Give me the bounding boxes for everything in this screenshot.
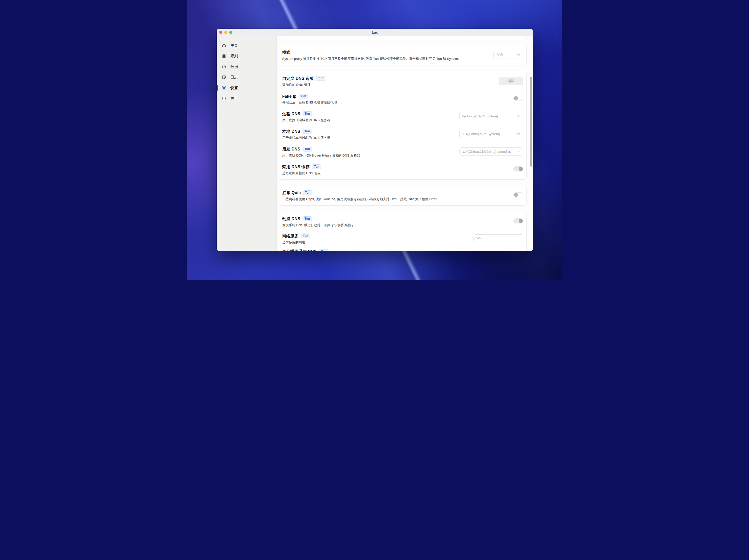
chevron-down-icon xyxy=(517,133,520,135)
tun-badge: Tun xyxy=(302,147,312,151)
tun-badge: Tun xyxy=(302,111,312,116)
row-title: 本地 DNS xyxy=(282,129,300,134)
sidebar-item-label: 设置 xyxy=(231,86,238,90)
cutoff-card-top xyxy=(279,36,527,40)
sidebar-item-label: 日志 xyxy=(231,75,238,80)
sidebar-item-label: 规则 xyxy=(231,54,238,59)
toggle-knob xyxy=(519,167,523,171)
gear-icon xyxy=(222,86,226,90)
quic-card: 拦截 Quic Tun 一些网站会使用 Http3, 比如 Youtube, 但… xyxy=(279,186,527,206)
row-description: 一些网站会使用 Http3, 比如 Youtube, 但是代理服务器往往不能很好… xyxy=(282,197,438,201)
chevron-down-icon xyxy=(517,115,520,117)
gauge-icon xyxy=(222,64,226,69)
row-description: 用于查找 DOH（DNS over Https) 域名的 DNS 服务器 xyxy=(282,153,360,157)
scrollbar-thumb[interactable] xyxy=(530,77,532,167)
local-dns-row: 本地 DNS Tun 用于查找本地域名的 DNS 服务器 114(China),… xyxy=(282,129,523,140)
edit-button[interactable]: 编辑 xyxy=(499,77,523,85)
mode-row: 模式 System proxy 通常只支持 TCP 而且不是全部应用都支持, 但… xyxy=(282,50,523,61)
row-title: 模式 xyxy=(282,50,291,55)
row-title: 劫持 DNS xyxy=(282,216,300,222)
rules-icon xyxy=(222,54,226,58)
custom-dns-row: 自定义 DNS 选项 Tun 添加你的 DNS 选项 编辑 xyxy=(282,76,523,87)
fake-ip-toggle[interactable] xyxy=(513,96,523,101)
toggle-knob xyxy=(514,193,518,197)
toggle-knob xyxy=(519,219,523,223)
settings-page: 模式 System proxy 通常只支持 TCP 而且不是全部应用都支持, 但… xyxy=(277,36,533,251)
mode-select[interactable]: 混合 xyxy=(493,51,523,59)
row-title: Fake Ip xyxy=(282,94,297,99)
sidebar-item-about[interactable]: 关于 xyxy=(217,94,277,103)
bootstrap-dns-select[interactable]: 114(China),119(China),auto(Sys xyxy=(459,147,523,155)
block-quic-row: 拦截 Quic Tun 一些网站会使用 Http3, 比如 Youtube, 但… xyxy=(282,190,523,201)
mode-select-value: 混合 xyxy=(496,52,503,57)
row-title: 启发 DNS xyxy=(282,147,300,152)
row-description: 添加你的 DNS 选项 xyxy=(282,83,325,87)
mode-card: 模式 System proxy 通常只支持 TCP 而且不是全部应用都支持, 但… xyxy=(279,46,527,65)
row-description: 开启以后，远程 DNS 会被转发给代理 xyxy=(282,100,337,105)
lux-window: Lux 主页 规则 xyxy=(217,29,533,251)
sidebar: 主页 规则 数据 日志 xyxy=(217,36,277,251)
chevron-down-icon xyxy=(517,150,520,152)
network-service-row: 网络服务 Tun 当前使用的网络 xyxy=(282,234,523,244)
row-description: 用于查找本地域名的 DNS 服务器 xyxy=(282,135,330,140)
toggle-knob xyxy=(514,96,518,100)
row-description: 总是返回最新的 DNS 响应 xyxy=(282,171,321,175)
remote-dns-row: 远程 DNS Tun 用于查找代理域名的 DNS 服务器 8(Google),1… xyxy=(282,111,523,122)
local-dns-select-value: 114(China),auto(System) xyxy=(463,132,500,136)
tun-badge: Tun xyxy=(302,216,312,221)
dns-card: 自定义 DNS 选项 Tun 添加你的 DNS 选项 编辑 Fake Ip Tu… xyxy=(279,72,527,179)
reset-dns-row-partial: 并且重置系统 DNS Tun xyxy=(282,249,523,251)
active-indicator xyxy=(217,85,218,91)
tun-badge: Tun xyxy=(301,234,310,238)
home-icon xyxy=(222,43,226,48)
row-description: 修改系统 DNS 以进行劫持，否则你必须手动进行 xyxy=(282,223,354,227)
block-quic-toggle[interactable] xyxy=(513,192,523,197)
sidebar-item-settings[interactable]: 设置 xyxy=(217,84,277,92)
row-title: 拦截 Quic xyxy=(282,190,301,196)
sidebar-item-rules[interactable]: 规则 xyxy=(217,52,277,60)
row-description: System proxy 通常只支持 TCP 而且不是全部应用都支持, 但是 T… xyxy=(282,57,462,61)
tun-badge: Tun xyxy=(299,94,308,99)
remote-dns-select[interactable]: 8(Google),1(Cloudflare) xyxy=(459,112,523,120)
sidebar-item-label: 关于 xyxy=(231,96,238,101)
row-title: 网络服务 xyxy=(282,234,299,239)
row-description: 用于查找代理域名的 DNS 服务器 xyxy=(282,118,330,122)
tun-badge: Tun xyxy=(319,249,328,251)
info-icon xyxy=(222,96,226,101)
tun-badge: Tun xyxy=(303,190,313,195)
sidebar-item-logs[interactable]: 日志 xyxy=(217,73,277,82)
desktop: Lux 主页 规则 xyxy=(187,0,562,280)
disable-dns-cache-toggle[interactable] xyxy=(513,166,523,171)
row-title: 并且重置系统 DNS xyxy=(282,249,317,251)
tun-badge: Tun xyxy=(312,164,321,169)
tun-badge: Tun xyxy=(302,129,312,134)
row-title: 自定义 DNS 选项 xyxy=(282,76,314,81)
row-title: 远程 DNS xyxy=(282,111,300,117)
bootstrap-dns-row: 启发 DNS Tun 用于查找 DOH（DNS over Https) 域名的 … xyxy=(282,147,523,157)
row-title: 禁用 DNS 缓存 xyxy=(282,164,309,170)
fake-ip-row: Fake Ip Tun 开启以后，远程 DNS 会被转发给代理 xyxy=(282,94,523,105)
sidebar-item-home[interactable]: 主页 xyxy=(217,41,277,50)
hijack-card: 劫持 DNS Tun 修改系统 DNS 以进行劫持，否则你必须手动进行 网络服务… xyxy=(279,212,527,251)
bootstrap-dns-select-value: 114(China),119(China),auto(Sys xyxy=(463,150,511,153)
local-dns-select[interactable]: 114(China),auto(System) xyxy=(459,130,523,138)
sidebar-item-data[interactable]: 数据 xyxy=(217,62,277,71)
sidebar-item-label: 数据 xyxy=(231,64,238,69)
tun-badge: Tun xyxy=(316,76,325,81)
hijack-dns-row: 劫持 DNS Tun 修改系统 DNS 以进行劫持，否则你必须手动进行 xyxy=(282,216,523,227)
titlebar: Lux xyxy=(217,29,533,36)
chevron-down-icon xyxy=(517,54,520,56)
remote-dns-select-value: 8(Google),1(Cloudflare) xyxy=(463,114,498,118)
network-service-input[interactable] xyxy=(473,234,523,242)
row-description: 当前使用的网络 xyxy=(282,240,311,244)
window-title: Lux xyxy=(217,30,533,34)
disable-dns-cache-row: 禁用 DNS 缓存 Tun 总是返回最新的 DNS 响应 xyxy=(282,164,523,175)
sidebar-item-label: 主页 xyxy=(231,43,238,48)
note-icon xyxy=(222,75,226,80)
hijack-dns-toggle[interactable] xyxy=(513,218,523,223)
